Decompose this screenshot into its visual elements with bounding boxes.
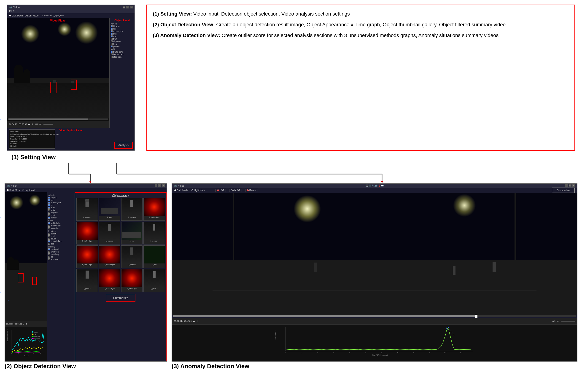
anomaly-window-title: Video — [178, 184, 184, 187]
obj-item-motorcycle[interactable]: motorcycle — [111, 30, 134, 32]
svg-point-23 — [32, 338, 34, 340]
obj-det-backpack[interactable]: backpack — [48, 248, 74, 250]
maximize-button[interactable]: □ — [126, 6, 129, 8]
obj-item-traffic-light[interactable]: traffic light — [111, 51, 134, 53]
obj-det-train[interactable]: train — [48, 209, 74, 211]
obj-det-car[interactable]: car — [48, 199, 74, 201]
svg-text:Object Appearance #: Object Appearance # — [7, 329, 8, 342]
obj-det-motorcycle[interactable]: motorcycle — [48, 202, 74, 204]
detection-dark-mode[interactable]: Dark Mode — [7, 189, 20, 192]
close-button[interactable]: ✕ — [130, 6, 133, 8]
titlebar-icon: 📹 — [9, 6, 12, 8]
play-button[interactable]: ▶ — [28, 123, 30, 126]
main-container: 📹 Video — □ ✕ FILE Dark Mode — [0, 0, 582, 392]
svg-text:backpack: backpack — [34, 338, 40, 340]
gallery-label-2car: 2_car — [152, 264, 157, 266]
gallery-item-0traffic: 0_traffic light — [144, 198, 165, 221]
detection-controls: 00:00:00 / 00:00:09 ▶ ⏸ — [5, 321, 47, 327]
obj-item-stop-sign[interactable]: stop sign — [111, 56, 134, 58]
anomaly-summarize-button[interactable]: Summarize — [552, 188, 575, 193]
obj-det-tie[interactable]: tie — [48, 256, 74, 258]
obj-det-bench[interactable]: bench — [48, 232, 74, 235]
obj-det-person[interactable]: person — [48, 216, 74, 219]
minimize-button[interactable]: — — [122, 6, 125, 8]
detection-play[interactable]: ▶ — [23, 323, 24, 325]
obj-det-couch[interactable]: couch — [48, 238, 74, 240]
method-lof[interactable]: LOF — [216, 189, 226, 192]
detection-minimize[interactable]: — — [155, 184, 158, 187]
gallery-item-2person2: 2_person — [76, 269, 98, 292]
obj-item-bus[interactable]: bus — [111, 33, 134, 35]
light-mode-radio[interactable]: Light Mode — [25, 14, 38, 17]
desc-2-text: Create an object detection result image,… — [216, 22, 506, 28]
method-iforest[interactable]: iForest — [245, 189, 258, 192]
obj-det-stop-sign[interactable]: stop sign — [48, 227, 74, 230]
object-list-panel: vehicle bicycle car motorcycle bus truck… — [47, 192, 75, 361]
video-player: Video Player — [7, 18, 109, 128]
obj-det-airplane[interactable]: airplane — [48, 212, 74, 214]
obj-det-bus[interactable]: bus — [48, 204, 74, 206]
object-detection-label: (2) Object Detection View — [4, 363, 167, 370]
obj-item-airplane[interactable]: airplane — [111, 40, 134, 42]
analysis-button[interactable]: Analysis — [114, 142, 133, 149]
method-cblof[interactable]: cbLOF — [229, 189, 242, 192]
anomaly-pause[interactable]: ⏸ — [196, 320, 198, 322]
obj-det-potted[interactable]: potted plant — [48, 240, 74, 242]
anomaly-dark-mode[interactable]: Dark Mode — [174, 189, 188, 192]
obj-det-bicycle[interactable]: bicycle — [48, 196, 74, 199]
anomaly-volume-slider[interactable] — [562, 321, 575, 322]
gallery-label-2person2: 2_person — [83, 287, 91, 290]
detection-title-icon: 📹 — [7, 184, 10, 187]
setting-view-label: (1) Setting View — [4, 152, 582, 162]
obj-det-fire-hydrant[interactable]: fire hydrant — [48, 224, 74, 227]
menu-bar: FILE — [7, 9, 134, 13]
time-display: 00:04:16 / 00:05:06 — [9, 123, 27, 125]
anomaly-maximize[interactable]: □ — [569, 184, 572, 187]
obj-det-handbag[interactable]: handbag — [48, 253, 74, 256]
anomaly-video — [172, 193, 577, 315]
svg-text:car: car — [34, 334, 36, 335]
detection-close[interactable]: ✕ — [162, 184, 165, 187]
obj-item-fire-hydrant[interactable]: fire hydrant — [111, 53, 134, 56]
anomaly-minimize[interactable]: — — [565, 184, 568, 187]
detection-pause[interactable]: ⏸ — [25, 323, 27, 325]
svg-point-19 — [32, 334, 34, 335]
desc-item-1: (1) Setting View: Video input, Detection… — [153, 10, 569, 18]
detection-maximize[interactable]: □ — [158, 184, 161, 187]
obj-item-truck[interactable]: truck — [111, 35, 134, 38]
obj-det-traffic-light[interactable]: traffic light — [48, 222, 74, 224]
detection-light-mode[interactable]: Light Mode — [22, 189, 36, 192]
gallery-label-1traffic: 1_traffic light — [82, 264, 92, 266]
file-item: AHubcam02_night_sun — [42, 14, 64, 17]
dark-mode-radio[interactable]: Dark Mode — [9, 14, 23, 17]
anomaly-light-mode[interactable]: Light Mode — [192, 189, 205, 192]
obj-det-chair[interactable]: chair — [48, 235, 74, 238]
obj-item-train[interactable]: train — [111, 38, 134, 40]
anomaly-play[interactable]: ▶ — [193, 320, 195, 322]
description-box: (1) Setting View: Video input, Detection… — [146, 4, 575, 151]
gallery-label-0traffic2: 0_traffic light — [82, 240, 92, 242]
obj-item-car[interactable]: car — [111, 28, 134, 30]
obj-item-person[interactable]: person — [111, 45, 134, 48]
volume-slider[interactable] — [44, 124, 52, 125]
obj-det-umbrella[interactable]: umbrella — [48, 251, 74, 253]
obj-det-bed[interactable]: bed — [48, 243, 74, 245]
arrows-svg — [4, 162, 578, 183]
obj-item-bicycle[interactable]: bicycle — [111, 25, 134, 28]
obj-det-truck[interactable]: truck — [48, 206, 74, 209]
menu-file[interactable]: FILE — [9, 10, 14, 12]
video-controls: 00:04:16 / 00:05:06 ▶ ⏸ Volume — [7, 121, 109, 128]
desc-3-label: (3) Anomaly Detection View: — [153, 32, 220, 38]
detection-summarize-button[interactable]: Summarize — [106, 294, 136, 302]
obj-det-boat[interactable]: boat — [48, 214, 74, 216]
gallery-panel: Object gallery 0_person — [75, 192, 166, 361]
gallery-item-1person2: 1_person — [144, 222, 165, 244]
obj-item-boat[interactable]: boat — [111, 43, 134, 45]
mode-bar: Dark Mode Light Mode AHubcam02_night_sun — [7, 13, 134, 18]
anomaly-time: 00:01:34 / 00:02:00 — [174, 320, 192, 322]
anomaly-close[interactable]: ✕ — [572, 184, 575, 187]
pause-button[interactable]: ⏸ — [32, 123, 34, 126]
gallery-item-1person: 1_person — [99, 222, 120, 244]
obj-category-traffic: traffic — [111, 48, 134, 50]
obj-det-suitcase[interactable]: suitcase — [48, 258, 74, 260]
